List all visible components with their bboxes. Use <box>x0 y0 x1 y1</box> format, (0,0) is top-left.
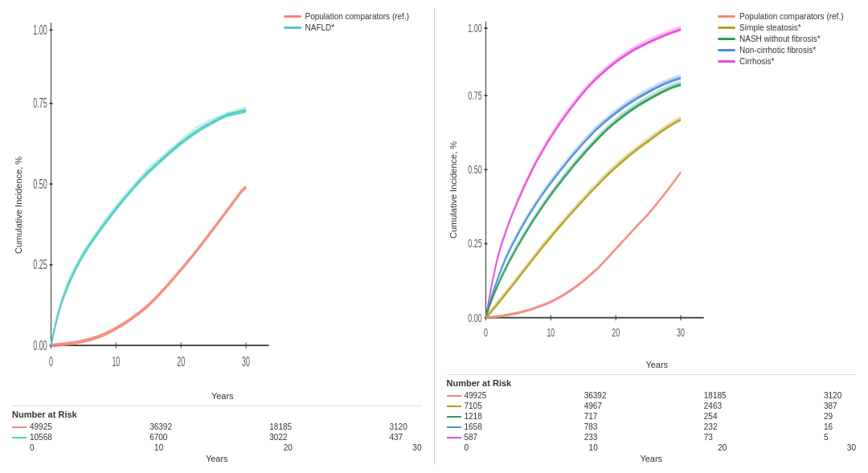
chart-svg-2: 0.00 0.25 0.50 0.75 1.00 0 <box>458 8 712 358</box>
risk-row-2-0: 49925 36392 18185 3120 <box>447 391 857 400</box>
risk-x-0-1: 0 <box>30 443 35 452</box>
risk-color-2-0 <box>447 395 461 397</box>
risk-x-1-2: 10 <box>589 443 598 452</box>
svg-text:30: 30 <box>677 326 685 340</box>
risk-x-axis-2: 0 10 20 30 <box>447 443 857 452</box>
legend-item-nash: NASH without fibrosis* <box>718 35 850 43</box>
risk-row-1-1: 10568 6700 3022 437 <box>12 433 422 442</box>
risk-color-2-3 <box>447 426 461 428</box>
svg-text:0.75: 0.75 <box>33 96 47 111</box>
risk-val-2-1-2: 2463 <box>704 402 736 410</box>
risk-val-2-3-0: 1658 <box>465 422 497 431</box>
svg-text:1.00: 1.00 <box>33 22 47 38</box>
risk-row-1-0: 49925 36392 18185 3120 <box>12 422 422 431</box>
risk-val-1-0-2: 18185 <box>269 422 301 431</box>
risk-x-labels-2: 0 10 20 30 <box>465 443 857 452</box>
legend-item-cirrhosis: Cirrhosis* <box>718 57 850 66</box>
risk-values-1-1: 10568 6700 3022 437 <box>30 433 422 442</box>
risk-color-2-2 <box>447 416 461 418</box>
legend-label-pop-2: Population comparators (ref.) <box>739 12 844 21</box>
risk-title-1: Number at Risk <box>12 410 422 419</box>
risk-val-2-2-0: 1218 <box>465 412 497 421</box>
x-axis-label-1: Years <box>23 389 422 402</box>
risk-x-0-2: 0 <box>465 443 469 452</box>
legend-color-pop-1 <box>284 15 301 18</box>
legend-2: Population comparators (ref.) Simple ste… <box>711 8 856 358</box>
risk-values-2-0: 49925 36392 18185 3120 <box>465 391 857 400</box>
risk-val-2-3-2: 232 <box>704 422 736 431</box>
risk-val-1-0-1: 36392 <box>149 422 182 431</box>
legend-color-cirrhosis <box>718 60 735 63</box>
legend-label-nash: NASH without fibrosis* <box>739 35 821 43</box>
panel-2: Cumulative Incidence, % 0.00 0.25 <box>439 8 865 465</box>
risk-val-2-0-3: 3120 <box>824 391 856 400</box>
svg-text:20: 20 <box>612 326 620 340</box>
risk-val-2-1-0: 7105 <box>465 402 497 410</box>
x-axis-label-2: Years <box>458 358 857 371</box>
risk-val-2-4-0: 587 <box>465 433 497 442</box>
chart-and-legend-2: 0.00 0.25 0.50 0.75 1.00 0 <box>458 8 857 358</box>
risk-values-2-1: 7105 4967 2463 387 <box>465 402 857 410</box>
legend-color-steatosis <box>718 27 735 29</box>
risk-x-axis-1: 0 10 20 30 <box>12 443 422 452</box>
main-container: Cumulative Incidence, % 0.00 0.25 <box>0 0 868 473</box>
legend-label-cirrhosis: Cirrhosis* <box>739 57 774 66</box>
chart-area-2: Cumulative Incidence, % 0.00 0.25 <box>447 8 857 371</box>
svg-text:20: 20 <box>177 354 185 369</box>
legend-item-nafld: NAFLD* <box>284 23 416 32</box>
risk-x-label-1: Years <box>12 452 422 465</box>
legend-1: Population comparators (ref.) NAFLD* <box>277 8 422 389</box>
risk-val-2-0-2: 18185 <box>704 391 736 400</box>
risk-row-2-1: 7105 4967 2463 387 <box>447 402 857 410</box>
risk-val-1-1-1: 6700 <box>149 433 182 442</box>
risk-val-2-1-1: 4967 <box>584 402 616 410</box>
risk-val-1-0-0: 49925 <box>30 422 62 431</box>
risk-val-2-4-1: 233 <box>584 433 616 442</box>
risk-val-1-0-3: 3120 <box>389 422 421 431</box>
panel-1: Cumulative Incidence, % 0.00 0.25 <box>4 8 430 465</box>
svg-text:0: 0 <box>484 326 488 340</box>
risk-val-2-1-3: 387 <box>824 402 856 410</box>
svg-text:0.00: 0.00 <box>468 311 481 324</box>
svg-text:0.25: 0.25 <box>468 237 481 251</box>
y-axis-label-1: Cumulative Incidence, % <box>12 8 23 402</box>
svg-text:30: 30 <box>242 354 250 369</box>
svg-text:1.00: 1.00 <box>468 22 481 35</box>
legend-label-steatosis: Simple steatosis* <box>739 23 801 32</box>
risk-val-1-1-2: 3022 <box>269 433 301 442</box>
risk-values-2-4: 587 233 73 5 <box>465 433 857 442</box>
chart-with-axes-2: 0.00 0.25 0.50 0.75 1.00 0 <box>458 8 857 371</box>
chart-and-legend-1: 0.00 0.25 0.50 0.75 1.00 0 <box>23 8 422 389</box>
legend-item-pop-1: Population comparators (ref.) <box>284 12 416 21</box>
risk-val-2-0-1: 36392 <box>584 391 616 400</box>
svg-text:0.50: 0.50 <box>468 163 481 177</box>
svg-container-2: 0.00 0.25 0.50 0.75 1.00 0 <box>458 8 712 358</box>
risk-val-2-0-0: 49925 <box>465 391 497 400</box>
svg-text:0.25: 0.25 <box>33 257 47 272</box>
risk-x-labels-1: 0 10 20 30 <box>30 443 422 452</box>
risk-color-1-0 <box>12 426 27 428</box>
svg-container-1: 0.00 0.25 0.50 0.75 1.00 0 <box>23 8 277 389</box>
svg-text:0: 0 <box>49 354 53 369</box>
risk-val-2-2-2: 254 <box>704 412 736 421</box>
svg-text:0.50: 0.50 <box>33 177 47 192</box>
risk-val-2-3-3: 16 <box>824 422 856 431</box>
risk-row-2-2: 1218 717 254 29 <box>447 412 857 421</box>
legend-color-fibrosis <box>718 49 735 51</box>
risk-section-1: Number at Risk 49925 36392 18185 3120 10… <box>12 406 422 465</box>
chart-area-1: Cumulative Incidence, % 0.00 0.25 <box>12 8 422 402</box>
risk-values-2-3: 1658 783 232 16 <box>465 422 857 431</box>
legend-label-pop-1: Population comparators (ref.) <box>305 12 410 21</box>
risk-x-2-1: 20 <box>284 443 293 452</box>
risk-x-3-2: 30 <box>847 443 856 452</box>
legend-item-steatosis: Simple steatosis* <box>718 23 850 32</box>
risk-title-2: Number at Risk <box>447 378 857 388</box>
panel-divider <box>434 8 435 465</box>
legend-color-nafld <box>284 27 301 29</box>
legend-item-pop-2: Population comparators (ref.) <box>718 12 850 21</box>
risk-x-1-1: 10 <box>154 443 163 452</box>
svg-text:10: 10 <box>112 354 120 369</box>
legend-item-fibrosis: Non-cirrhotic fibrosis* <box>718 46 850 55</box>
risk-val-2-3-1: 783 <box>584 422 616 431</box>
risk-val-1-1-0: 10568 <box>30 433 62 442</box>
